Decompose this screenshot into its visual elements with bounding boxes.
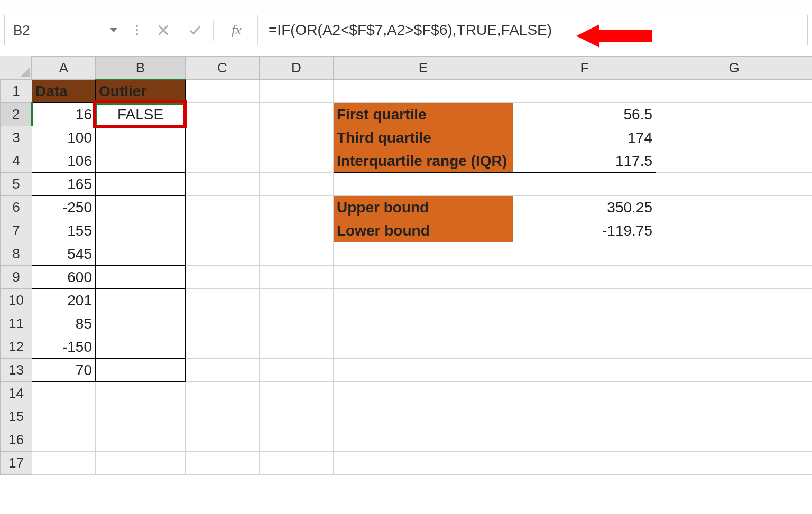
chevron-down-icon[interactable] xyxy=(110,28,117,32)
cell-B5[interactable] xyxy=(96,173,186,196)
cell-A12[interactable]: -150 xyxy=(32,335,96,359)
row-header[interactable]: 2 xyxy=(1,103,32,126)
cell-C1[interactable] xyxy=(186,80,260,103)
row-header[interactable]: 17 xyxy=(1,452,32,475)
cancel-button[interactable] xyxy=(147,15,179,45)
cell-E6[interactable]: Upper bound xyxy=(334,196,513,219)
cell-B11[interactable] xyxy=(96,312,186,335)
cell-A9[interactable]: 600 xyxy=(32,266,96,289)
cell-F5[interactable] xyxy=(513,173,656,196)
cell-A2[interactable]: 16 xyxy=(32,103,96,126)
cell-F7[interactable]: -119.75 xyxy=(513,219,656,242)
row-header[interactable]: 11 xyxy=(1,312,32,335)
row-header[interactable]: 5 xyxy=(1,173,32,196)
row-header[interactable]: 10 xyxy=(1,289,32,312)
cell-C2[interactable] xyxy=(186,103,260,126)
row-header[interactable]: 14 xyxy=(1,382,32,405)
annotation-arrow-icon xyxy=(576,24,652,48)
cell-E5[interactable] xyxy=(334,173,513,196)
formula-bar: B2 fx =IF(OR(A2<$F$7,A2>$F$6),TRUE,FALSE… xyxy=(4,15,808,45)
col-header-E[interactable]: E xyxy=(334,57,513,80)
row-header[interactable]: 3 xyxy=(1,126,32,149)
cell-D2[interactable] xyxy=(260,103,334,126)
row-header[interactable]: 6 xyxy=(1,196,32,219)
cell-E4[interactable]: Interquartile range (IQR) xyxy=(334,149,513,173)
cell-F3[interactable]: 174 xyxy=(513,126,656,149)
cell-D1[interactable] xyxy=(260,80,334,103)
cell-B12[interactable] xyxy=(96,335,186,359)
cell-G2[interactable] xyxy=(656,103,813,126)
drag-handle-icon[interactable] xyxy=(126,15,147,45)
col-header-A[interactable]: A xyxy=(32,57,96,80)
cell-E7[interactable]: Lower bound xyxy=(334,219,513,242)
cell-F2[interactable]: 56.5 xyxy=(513,103,656,126)
cell-F4[interactable]: 117.5 xyxy=(513,149,656,173)
cell-A1[interactable]: Data xyxy=(32,80,96,103)
cell-B7[interactable] xyxy=(96,219,186,242)
cell-B1[interactable]: Outlier xyxy=(96,80,186,103)
cell-B4[interactable] xyxy=(96,149,186,173)
name-box-value: B2 xyxy=(13,22,30,39)
cell-B3[interactable] xyxy=(96,126,186,149)
row-header[interactable]: 1 xyxy=(1,80,32,103)
cell-A5[interactable]: 165 xyxy=(32,173,96,196)
cell-E2[interactable]: First quartile xyxy=(334,103,513,126)
row-header[interactable]: 4 xyxy=(1,149,32,173)
row-header[interactable]: 12 xyxy=(1,335,32,359)
cell-B8[interactable] xyxy=(96,242,186,266)
select-all-corner[interactable] xyxy=(0,56,32,79)
row-header[interactable]: 7 xyxy=(1,219,32,242)
enter-button[interactable] xyxy=(179,15,211,45)
cell-A11[interactable]: 85 xyxy=(32,312,96,335)
cell-B10[interactable] xyxy=(96,289,186,312)
row-header[interactable]: 8 xyxy=(1,242,32,266)
formula-input[interactable]: =IF(OR(A2<$F$7,A2>$F$6),TRUE,FALSE) xyxy=(261,15,807,45)
cell-B2[interactable]: FALSE xyxy=(96,103,186,126)
cell-A10[interactable]: 201 xyxy=(32,289,96,312)
name-box[interactable]: B2 xyxy=(5,15,126,45)
spreadsheet-grid[interactable]: A B C D E F G 1 Data Outlier 2 16 FALSE … xyxy=(0,56,812,475)
cell-F1[interactable] xyxy=(513,80,656,103)
fx-icon[interactable]: fx xyxy=(216,15,258,45)
cell-A8[interactable]: 545 xyxy=(32,242,96,266)
cell-B13[interactable] xyxy=(96,359,186,382)
cell-G1[interactable] xyxy=(656,80,813,103)
cell-A3[interactable]: 100 xyxy=(32,126,96,149)
svg-marker-2 xyxy=(20,68,30,77)
cell-F6[interactable]: 350.25 xyxy=(513,196,656,219)
row-header[interactable]: 9 xyxy=(1,266,32,289)
cell-B9[interactable] xyxy=(96,266,186,289)
cell-A4[interactable]: 106 xyxy=(32,149,96,173)
row-header[interactable]: 16 xyxy=(1,428,32,452)
cell-A6[interactable]: -250 xyxy=(32,196,96,219)
col-header-F[interactable]: F xyxy=(513,57,656,80)
column-headers: A B C D E F G xyxy=(1,57,813,80)
row-header[interactable]: 13 xyxy=(1,359,32,382)
cell-E3[interactable]: Third quartile xyxy=(334,126,513,149)
cell-A7[interactable]: 155 xyxy=(32,219,96,242)
cell-A13[interactable]: 70 xyxy=(32,359,96,382)
row-header[interactable]: 15 xyxy=(1,405,32,428)
col-header-G[interactable]: G xyxy=(656,57,813,80)
col-header-D[interactable]: D xyxy=(260,57,334,80)
col-header-B[interactable]: B xyxy=(96,57,186,80)
cell-B6[interactable] xyxy=(96,196,186,219)
col-header-C[interactable]: C xyxy=(186,57,260,80)
cell-E1[interactable] xyxy=(334,80,513,103)
